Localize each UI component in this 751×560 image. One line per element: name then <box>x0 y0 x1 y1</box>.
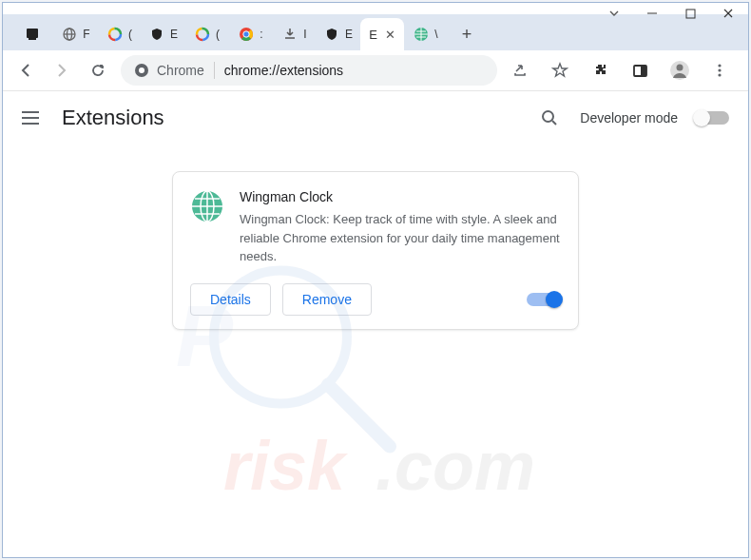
svg-rect-4 <box>27 29 38 38</box>
google-icon <box>107 27 123 42</box>
svg-line-37 <box>328 385 390 447</box>
svg-point-34 <box>718 68 721 71</box>
bookmark-star-icon[interactable] <box>547 57 573 84</box>
extension-description: Wingman Clock: Keep track of time with s… <box>240 210 561 266</box>
chip-label: Chrome <box>157 63 204 78</box>
remove-button[interactable]: Remove <box>282 283 372 316</box>
close-window-button[interactable] <box>720 5 737 22</box>
menu-dots-icon[interactable] <box>706 57 733 84</box>
search-icon[interactable] <box>536 105 563 131</box>
browser-tab[interactable]: \ <box>404 18 448 50</box>
separator <box>214 62 215 79</box>
chrome-chip: Chrome <box>134 63 204 78</box>
tab-label: E <box>170 28 178 41</box>
developer-mode-toggle[interactable] <box>695 111 729 125</box>
browser-tab[interactable]: ( <box>98 18 142 50</box>
google-icon <box>195 27 210 42</box>
address-bar[interactable]: Chrome chrome://extensions <box>121 55 497 86</box>
browser-tab[interactable]: E <box>142 18 185 50</box>
menu-hamburger-icon[interactable] <box>22 106 45 129</box>
browser-toolbar: Chrome chrome://extensions <box>3 50 748 91</box>
close-tab-icon[interactable]: ✕ <box>385 28 395 42</box>
tab-label: I <box>303 28 306 41</box>
svg-text:risk: risk <box>223 428 349 504</box>
browser-tab[interactable]: : <box>229 18 273 50</box>
extension-card: Wingman Clock Wingman Clock: Keep track … <box>172 171 579 330</box>
back-button[interactable] <box>12 57 39 84</box>
browser-tab[interactable]: F <box>54 18 98 50</box>
download-icon <box>282 27 298 42</box>
tab-label: : <box>260 28 262 41</box>
browser-tab[interactable] <box>10 18 54 50</box>
url-text: chrome://extensions <box>224 63 343 78</box>
reload-button[interactable] <box>85 57 111 84</box>
svg-rect-1 <box>686 10 695 18</box>
page-content: risk .com P Extensions Developer mode Wi… <box>3 91 748 557</box>
window-controls <box>606 5 737 22</box>
extension-icon <box>190 189 224 223</box>
browser-tab-active[interactable]: E✕ <box>360 18 404 50</box>
tab-label: \ <box>434 28 437 41</box>
svg-rect-30 <box>641 66 646 76</box>
maximize-button[interactable] <box>682 5 699 22</box>
svg-point-41 <box>543 111 553 122</box>
extension-enable-toggle[interactable] <box>527 293 561 306</box>
developer-mode-label: Developer mode <box>580 110 678 126</box>
tab-label: ( <box>216 28 220 41</box>
svg-rect-5 <box>29 38 36 40</box>
svg-text:.com: .com <box>376 428 535 504</box>
forward-button[interactable] <box>48 57 75 84</box>
green-globe-icon <box>414 27 429 42</box>
browser-tab[interactable]: I <box>273 18 317 50</box>
extension-name: Wingman Clock <box>240 189 561 204</box>
svg-point-33 <box>718 64 721 67</box>
side-panel-icon[interactable] <box>626 57 653 84</box>
details-button[interactable]: Details <box>190 283 271 316</box>
new-tab-button[interactable]: + <box>453 21 480 48</box>
svg-line-42 <box>552 121 556 125</box>
tab-label: E <box>369 28 377 42</box>
globe-icon <box>62 27 77 42</box>
svg-point-35 <box>718 73 721 76</box>
tab-label: F <box>83 28 89 41</box>
window-chevron-icon[interactable] <box>606 5 623 22</box>
svg-point-32 <box>677 65 684 71</box>
shield-icon <box>324 27 339 42</box>
chrome-logo-icon <box>134 63 149 78</box>
shield-icon <box>149 27 164 42</box>
minimize-button[interactable] <box>644 5 661 22</box>
page-title: Extensions <box>62 106 164 130</box>
browser-tab[interactable]: ( <box>185 18 229 50</box>
share-icon[interactable] <box>507 57 533 84</box>
toolbar-right <box>507 57 739 84</box>
extensions-header: Extensions Developer mode <box>3 91 748 145</box>
extensions-puzzle-icon[interactable] <box>587 57 613 84</box>
profile-avatar-icon[interactable] <box>666 57 693 84</box>
tab-label: ( <box>128 28 132 41</box>
chrome-icon <box>239 27 254 42</box>
browser-tab[interactable]: E <box>317 18 360 50</box>
printer-icon <box>25 27 40 42</box>
svg-point-28 <box>139 68 144 73</box>
tab-label: E <box>345 28 353 41</box>
